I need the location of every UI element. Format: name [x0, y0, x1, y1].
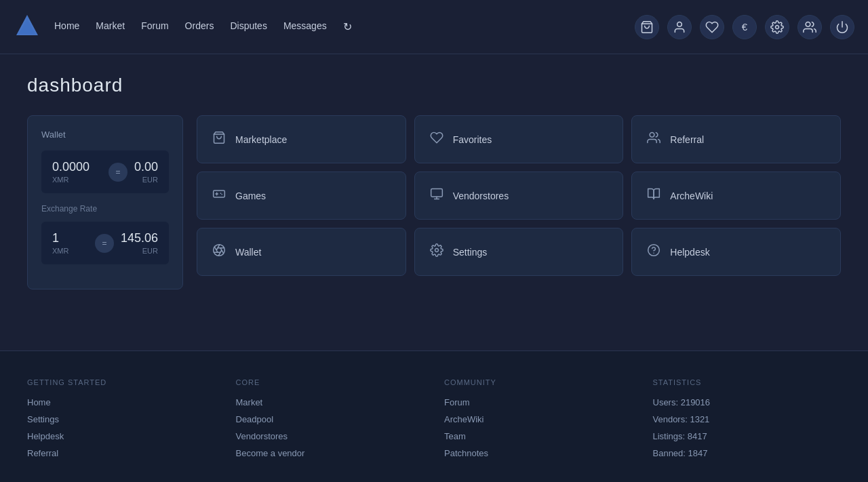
equals-badge: = [108, 163, 127, 182]
footer-link-archewiki[interactable]: ArcheWiki [444, 414, 633, 424]
marketplace-label: Marketplace [235, 134, 287, 145]
cart-icon [640, 20, 654, 34]
exchange-rate-label: Exchange Rate [41, 204, 169, 214]
favorites-label: Favorites [453, 134, 492, 145]
wallet-card: Wallet 0.0000 XMR = 0.00 EUR Exchange Ra… [27, 115, 183, 289]
vendorstores-link[interactable]: Vendorstores [414, 172, 624, 220]
balance-xmr-value: 0.0000 [52, 160, 102, 174]
nav-forum[interactable]: Forum [141, 20, 168, 33]
rate-eur: 145.06 EUR [121, 231, 158, 255]
exchange-rate-row: 1 XMR = 145.06 EUR [41, 222, 169, 264]
footer-community-title: COMMUNITY [444, 378, 633, 386]
stat-users: Users: 219016 [653, 397, 842, 407]
heart-button[interactable] [700, 15, 724, 39]
rate-xmr-value: 1 [52, 231, 88, 245]
referral-link[interactable]: Referral [631, 115, 841, 163]
stat-banned: Banned: 1847 [653, 448, 842, 458]
rate-xmr: 1 XMR [52, 231, 88, 255]
nav-icons: € [635, 15, 854, 39]
helpdesk-link[interactable]: Helpdesk [631, 228, 841, 276]
heart-icon [705, 20, 719, 34]
archewiki-icon [646, 187, 662, 204]
nav-links: Home Market Forum Orders Disputes Messag… [54, 20, 635, 33]
footer-getting-started: GETTING STARTED Home Settings Helpdesk R… [27, 378, 216, 465]
cart-button[interactable] [635, 15, 659, 39]
games-icon [211, 187, 227, 204]
referral-button[interactable] [797, 15, 822, 39]
euro-button[interactable]: € [732, 15, 757, 39]
vendorstores-icon [429, 187, 445, 204]
games-label: Games [235, 190, 266, 201]
rate-equals-badge: = [95, 234, 114, 253]
footer-core-title: CORE [236, 378, 425, 386]
svg-rect-12 [431, 189, 442, 197]
svg-point-8 [650, 133, 654, 138]
stat-listings: Listings: 8417 [653, 431, 842, 441]
logo[interactable] [14, 12, 54, 42]
footer-link-market[interactable]: Market [236, 397, 425, 407]
footer-link-team[interactable]: Team [444, 431, 633, 441]
balance-eur: 0.00 EUR [134, 160, 158, 184]
wallet-link[interactable]: Wallet [197, 228, 406, 276]
wallet-ql-label: Wallet [235, 247, 261, 258]
referral-icon [803, 20, 816, 34]
helpdesk-label: Helpdesk [670, 247, 709, 258]
user-button[interactable] [667, 15, 692, 39]
marketplace-link[interactable]: Marketplace [197, 115, 406, 163]
quick-links-grid: Marketplace Favorites Referral [197, 115, 841, 276]
referral-label: Referral [670, 134, 704, 145]
footer-link-home[interactable]: Home [27, 397, 216, 407]
power-button[interactable] [830, 15, 854, 39]
footer: GETTING STARTED Home Settings Helpdesk R… [0, 350, 868, 482]
settings-link[interactable]: Settings [414, 228, 624, 276]
referral-ql-icon [646, 131, 662, 148]
nav-orders[interactable]: Orders [185, 20, 214, 33]
footer-link-settings[interactable]: Settings [27, 414, 216, 424]
power-icon [835, 20, 849, 34]
balance-eur-value: 0.00 [134, 160, 158, 174]
wallet-label: Wallet [41, 129, 169, 140]
footer-link-helpdesk[interactable]: Helpdesk [27, 431, 216, 441]
balance-row: 0.0000 XMR = 0.00 EUR [41, 150, 169, 193]
svg-point-14 [435, 249, 438, 252]
settings-ql-icon [429, 243, 445, 260]
settings-button[interactable] [765, 15, 789, 39]
archewiki-link[interactable]: ArcheWiki [631, 172, 841, 220]
footer-community: COMMUNITY Forum ArcheWiki Team Patchnote… [444, 378, 633, 465]
page-title: dashboard [27, 75, 841, 96]
euro-icon: € [742, 21, 747, 33]
svg-point-5 [806, 22, 810, 26]
footer-link-forum[interactable]: Forum [444, 397, 633, 407]
footer-link-patchnotes[interactable]: Patchnotes [444, 448, 633, 458]
footer-getting-started-title: GETTING STARTED [27, 378, 216, 386]
nav-refresh[interactable]: ↻ [343, 20, 352, 33]
archewiki-label: ArcheWiki [670, 190, 713, 201]
nav-disputes[interactable]: Disputes [230, 20, 267, 33]
vendorstores-label: Vendorstores [453, 190, 509, 201]
footer-link-deadpool[interactable]: Deadpool [236, 414, 425, 424]
footer-link-vendorstores[interactable]: Vendorstores [236, 431, 425, 441]
nav-home[interactable]: Home [54, 20, 79, 33]
footer-statistics: STATISTICS Users: 219016 Vendors: 1321 L… [653, 378, 842, 465]
navbar: Home Market Forum Orders Disputes Messag… [0, 0, 868, 54]
nav-market[interactable]: Market [96, 20, 125, 33]
marketplace-icon [211, 131, 227, 148]
svg-point-15 [648, 245, 660, 256]
svg-point-3 [677, 22, 682, 26]
balance-eur-currency: EUR [134, 176, 158, 184]
balance-xmr-currency: XMR [52, 176, 102, 184]
footer-statistics-title: STATISTICS [653, 378, 842, 386]
rate-eur-value: 145.06 [121, 231, 158, 245]
favorites-icon [429, 131, 445, 148]
dashboard-grid: Wallet 0.0000 XMR = 0.00 EUR Exchange Ra… [27, 115, 841, 289]
rate-eur-currency: EUR [121, 247, 158, 255]
favorites-link[interactable]: Favorites [414, 115, 624, 163]
nav-messages[interactable]: Messages [283, 20, 327, 33]
helpdesk-icon [646, 243, 662, 260]
footer-link-referral[interactable]: Referral [27, 448, 216, 458]
rate-xmr-currency: XMR [52, 247, 88, 255]
games-link[interactable]: Games [197, 172, 406, 220]
svg-point-11 [221, 194, 222, 195]
wallet-ql-icon [211, 243, 227, 260]
footer-link-become-vendor[interactable]: Become a vendor [236, 448, 425, 458]
